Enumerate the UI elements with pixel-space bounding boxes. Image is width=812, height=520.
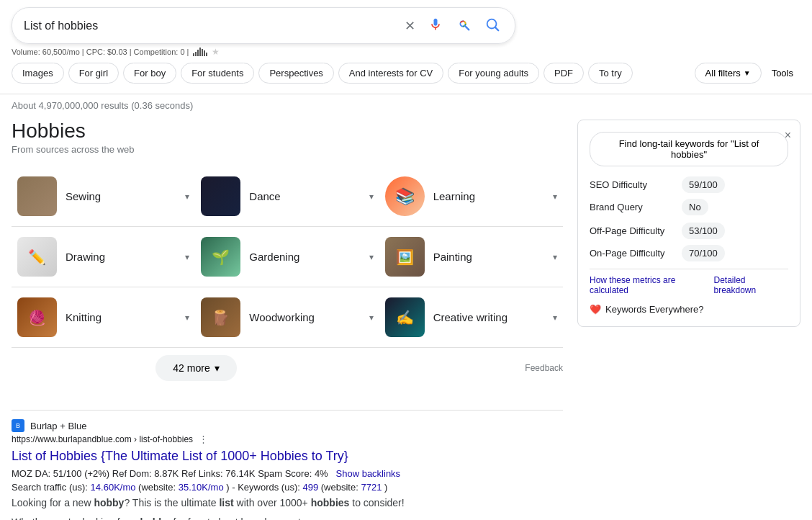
tab-perspectives[interactable]: Perspectives xyxy=(258,63,333,84)
show-backlinks-link[interactable]: Show backlinks xyxy=(336,468,401,479)
chevron-down-icon: ▾ xyxy=(553,252,557,262)
traffic-blue2-link[interactable]: 35.10K/mo xyxy=(179,482,224,493)
more-hobbies-button[interactable]: 42 more ▾ xyxy=(155,355,236,381)
hobby-item-creative-writing[interactable]: ✍️ Creative writing ▾ xyxy=(379,287,563,348)
tools-button[interactable]: Tools xyxy=(764,63,800,84)
keywords-blue1-link[interactable]: 499 xyxy=(302,482,318,493)
hobbies-subtitle: From sources across the web xyxy=(12,144,563,155)
tab-for-boy[interactable]: For boy xyxy=(123,63,176,84)
chevron-down-icon: ▾ xyxy=(553,313,557,323)
hobby-item-learning[interactable]: 📚 Learning ▾ xyxy=(379,166,563,227)
hobby-item-gardening[interactable]: 🌱 Gardening ▾ xyxy=(195,227,379,287)
result-options-button[interactable]: ⋮ xyxy=(199,434,208,444)
seo-difficulty-row: SEO Difficulty 59/100 Brand Query No xyxy=(590,176,788,215)
result-url: https://www.burlapandblue.com › list-of-… xyxy=(12,434,193,444)
hobby-thumb-sewing xyxy=(17,176,57,216)
keywords-blue2-link[interactable]: 7721 xyxy=(361,482,382,493)
onpage-difficulty-label: On-Page Difficulty xyxy=(590,248,676,259)
search-result: B Burlap + Blue https://www.burlapandblu… xyxy=(12,419,563,520)
detailed-breakdown-link[interactable]: Detailed breakdown xyxy=(713,275,788,295)
hobby-name-sewing: Sewing xyxy=(66,190,176,202)
traffic-blue1-link[interactable]: 14.60K/mo xyxy=(91,482,136,493)
offpage-difficulty-value: 53/100 xyxy=(682,223,725,239)
hobby-thumb-dance xyxy=(201,176,240,216)
panel-bottom: How these metrics are calculated Detaile… xyxy=(590,269,788,295)
panel-close-button[interactable]: × xyxy=(785,129,791,142)
chevron-down-icon: ▾ xyxy=(369,252,374,262)
result-traffic: Search traffic (us): 14.60K/mo (website:… xyxy=(12,482,563,493)
chevron-down-icon: ▾ xyxy=(369,192,374,202)
mic-icon xyxy=(428,17,443,34)
panel-find-keywords-button[interactable]: Find long-tail keywords for "List of hob… xyxy=(590,132,788,166)
tab-to-try[interactable]: To try xyxy=(588,63,633,84)
keywords-everywhere-label: Keywords Everywhere? xyxy=(605,304,704,315)
result-meta: MOZ DA: 51/100 (+2%) Ref Dom: 8.87K Ref … xyxy=(12,468,563,479)
volume-bar xyxy=(193,48,207,56)
keywords-everywhere: ❤️ Keywords Everywhere? xyxy=(590,304,788,315)
chevron-down-icon: ▾ xyxy=(185,252,189,262)
hobby-item-drawing[interactable]: ✏️ Drawing ▾ xyxy=(12,227,195,287)
hobby-name-knitting: Knitting xyxy=(66,311,176,323)
feedback-link[interactable]: Feedback xyxy=(525,363,563,373)
star-icon: ★ xyxy=(212,47,220,57)
stats-row: Volume: 60,500/mo | CPC: $0.03 | Competi… xyxy=(12,44,800,58)
search-input-wrapper[interactable]: ✕ xyxy=(12,7,515,44)
result-desc1: Looking for a new hobby? This is the ult… xyxy=(12,496,563,511)
svg-line-6 xyxy=(495,27,498,30)
more-label: 42 more xyxy=(173,362,209,374)
search-icon xyxy=(484,17,500,35)
chevron-down-icon: ▾ xyxy=(185,313,189,323)
onpage-difficulty-value: 70/100 xyxy=(682,245,725,261)
lens-button[interactable] xyxy=(453,14,474,37)
divider xyxy=(12,410,563,411)
tab-pdf[interactable]: PDF xyxy=(543,63,584,84)
brand-query-value: No xyxy=(682,199,708,215)
filter-tabs: Images For girl For boy For students Per… xyxy=(12,58,800,89)
right-panel-col: × Find long-tail keywords for "List of h… xyxy=(563,120,800,520)
hobby-name-creative-writing: Creative writing xyxy=(433,311,544,323)
clear-button[interactable]: ✕ xyxy=(402,15,418,37)
how-calculated-link[interactable]: How these metrics are calculated xyxy=(590,275,713,295)
hobby-item-woodworking[interactable]: 🪵 Woodworking ▾ xyxy=(195,287,379,348)
tab-and-interests-for-cv[interactable]: And interests for CV xyxy=(338,63,443,84)
clear-icon: ✕ xyxy=(405,18,415,34)
hobby-thumb-knitting: 🧶 xyxy=(17,297,57,337)
tab-for-girl[interactable]: For girl xyxy=(68,63,119,84)
hobby-grid: Sewing ▾ Dance ▾ 📚 Learning xyxy=(12,166,563,348)
chevron-down-icon: ▾ xyxy=(369,313,374,323)
hobby-thumb-learning: 📚 xyxy=(385,176,425,216)
hobby-name-dance: Dance xyxy=(249,190,360,202)
result-title[interactable]: List of Hobbies {The Ultimate List of 10… xyxy=(12,447,563,465)
hobby-item-sewing[interactable]: Sewing ▾ xyxy=(12,166,195,227)
seo-difficulty-label: SEO Difficulty xyxy=(590,179,676,190)
chevron-down-icon: ▾ xyxy=(553,192,557,202)
search-button[interactable] xyxy=(482,14,503,37)
hobby-item-dance[interactable]: Dance ▾ xyxy=(195,166,379,227)
chevron-down-icon: ▾ xyxy=(185,192,189,202)
brand-query-label: Brand Query xyxy=(590,202,676,212)
result-source: B Burlap + Blue xyxy=(12,419,563,432)
chevron-down-icon: ▼ xyxy=(744,69,751,77)
hobby-name-woodworking: Woodworking xyxy=(249,311,360,323)
hobby-thumb-drawing: ✏️ xyxy=(17,237,57,277)
hobby-thumb-woodworking: 🪵 xyxy=(201,297,240,337)
search-input[interactable] xyxy=(24,19,402,32)
svg-line-4 xyxy=(465,26,469,30)
chevron-down-icon: ▾ xyxy=(215,362,220,374)
result-desc2: Whether you're looking for a hobby for f… xyxy=(12,515,563,520)
more-btn-row: 42 more ▾ Feedback xyxy=(12,348,563,395)
hobby-name-gardening: Gardening xyxy=(249,251,360,263)
hobby-name-learning: Learning xyxy=(433,190,544,202)
mic-button[interactable] xyxy=(425,14,446,37)
all-filters-button[interactable]: All filters ▼ xyxy=(695,63,762,84)
hobby-item-knitting[interactable]: 🧶 Knitting ▾ xyxy=(12,287,195,348)
tab-images[interactable]: Images xyxy=(12,63,64,84)
all-filters-label: All filters xyxy=(705,68,741,79)
heart-icon: ❤️ xyxy=(590,304,601,315)
tab-for-students[interactable]: For students xyxy=(181,63,254,84)
offpage-difficulty-label: Off-Page Difficulty xyxy=(590,225,676,236)
hobby-thumb-creative-writing: ✍️ xyxy=(385,297,425,337)
difficulty-row: Off-Page Difficulty 53/100 On-Page Diffi… xyxy=(590,223,788,261)
tab-for-young-adults[interactable]: For young adults xyxy=(448,63,539,84)
hobby-item-painting[interactable]: 🖼️ Painting ▾ xyxy=(379,227,563,287)
